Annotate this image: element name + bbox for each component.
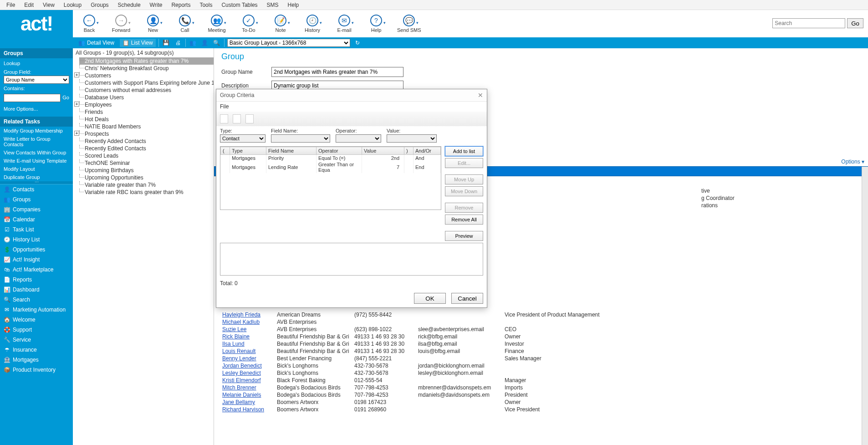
group-name-input[interactable] xyxy=(271,67,403,77)
contains-input[interactable] xyxy=(4,94,61,102)
layout-select[interactable]: Basic Group Layout - 1366x768 xyxy=(227,39,350,47)
tree-item[interactable]: Recently Edited Contacts xyxy=(79,145,214,152)
save-icon[interactable]: 💾 xyxy=(162,40,171,46)
contact-link[interactable]: Ilsa Lund xyxy=(222,341,245,347)
tree-item[interactable]: Recently Added Contacts xyxy=(79,138,214,145)
contact-row[interactable]: Richard HarvisonBoomers Artworx0191 2689… xyxy=(222,406,604,413)
nav-dashboard[interactable]: 📊Dashboard xyxy=(0,285,73,295)
menu-file[interactable]: File xyxy=(2,2,20,8)
nav-act-marketplace[interactable]: 🛍Act! Marketplace xyxy=(0,265,73,275)
tree-item[interactable]: Upcoming Opportunities xyxy=(79,174,214,181)
group-field-select[interactable]: Group Name xyxy=(4,76,69,84)
cancel-button[interactable]: Cancel xyxy=(451,293,483,304)
field-select[interactable] xyxy=(271,134,330,143)
edit-button[interactable]: Edit... xyxy=(445,158,483,168)
preview-button[interactable]: Preview xyxy=(445,231,483,241)
tree-item[interactable]: +Employees xyxy=(79,101,214,108)
history-button[interactable]: 🕘▾History xyxy=(301,15,323,33)
new-button[interactable]: 👤▾New xyxy=(142,15,164,33)
col-operator[interactable]: Operator xyxy=(317,147,362,155)
sendsms-button[interactable]: 💬▾Send SMS xyxy=(397,15,421,33)
remove-button[interactable]: Remove xyxy=(445,203,483,213)
tree-item[interactable]: Database Users xyxy=(79,94,214,101)
nav-groups[interactable]: 👥Groups xyxy=(0,194,73,205)
col-type[interactable]: Type xyxy=(230,147,266,155)
search-icon[interactable]: 🔍 xyxy=(212,40,221,46)
contact-link[interactable]: Lesley Benedict xyxy=(222,370,261,376)
menu-edit[interactable]: Edit xyxy=(20,2,38,8)
nav-companies[interactable]: 🏢Companies xyxy=(0,205,73,215)
tree-item[interactable]: TechONE Seminar xyxy=(79,159,214,167)
related-write-e-mail-using-template[interactable]: Write E-mail Using Template xyxy=(0,157,73,165)
col-value[interactable]: Value xyxy=(362,147,404,155)
todo-button[interactable]: ✓▾To-Do xyxy=(238,15,260,33)
forward-button[interactable]: →▾Forward xyxy=(110,15,132,33)
contact-row[interactable]: Kristi ElmendorfBlack Forest Baking012-5… xyxy=(222,377,604,384)
nav-mortgages[interactable]: 🏦Mortgages xyxy=(0,355,73,365)
contact-row[interactable]: Hayleigh FriedaAmerican Dreams(972) 555-… xyxy=(222,311,604,318)
operator-select[interactable] xyxy=(336,134,381,143)
nav-calendar[interactable]: 📅Calendar xyxy=(0,215,73,225)
contact-row[interactable]: Jane BellamyBoomers Artworx0198 167423Ow… xyxy=(222,399,604,406)
menu-reports[interactable]: Reports xyxy=(167,2,195,8)
nav-task-list[interactable]: ☑Task List xyxy=(0,225,73,235)
related-view-contacts-within-group[interactable]: View Contacts Within Group xyxy=(0,148,73,157)
criteria-row[interactable]: MortgagesPriorityEqual To (=)2ndAnd xyxy=(221,155,441,162)
contact-link[interactable]: Michael Kadlub xyxy=(222,319,260,325)
menu-help[interactable]: Help xyxy=(283,2,304,8)
contact-link[interactable]: Rick Blaine xyxy=(222,333,250,340)
contact-row[interactable]: Melanie DanielsBodega's Bodacious Birds7… xyxy=(222,391,604,399)
contact-link[interactable]: Melanie Daniels xyxy=(222,392,261,398)
menu-custom-tables[interactable]: Custom Tables xyxy=(217,2,262,8)
tree-item[interactable]: Customers without email addresses xyxy=(79,87,214,94)
nav-reports[interactable]: 📄Reports xyxy=(0,275,73,285)
nav-welcome[interactable]: 🏠Welcome xyxy=(0,315,73,325)
tree-item[interactable]: Friends xyxy=(79,108,214,116)
tree-item[interactable]: Variable rate greater than 7% xyxy=(79,181,214,189)
tree-item[interactable]: NATIE Board Members xyxy=(79,123,214,130)
criteria-row[interactable]: MortgagesLending RateGreater Than or Equ… xyxy=(221,161,441,173)
more-options-link[interactable]: More Options... xyxy=(4,105,69,113)
menu-write[interactable]: Write xyxy=(145,2,167,8)
tree-item[interactable]: Chris' Networking Breakfast Group xyxy=(79,65,214,72)
menu-lookup[interactable]: Lookup xyxy=(59,2,86,8)
contact-link[interactable]: Jane Bellamy xyxy=(222,399,255,405)
refresh-icon[interactable]: ↻ xyxy=(353,40,362,46)
contact-row[interactable]: Lesley BenedictBick's Longhorns432-730-5… xyxy=(222,369,604,377)
nav-contacts[interactable]: 👤Contacts xyxy=(0,184,73,194)
call-button[interactable]: 📞▾Call xyxy=(174,15,196,33)
menu-schedule[interactable]: Schedule xyxy=(113,2,145,8)
new-file-icon[interactable] xyxy=(220,114,228,123)
tree-item[interactable]: +Prospects xyxy=(79,130,214,138)
contact-row[interactable]: Mitch BrennerBodega's Bodacious Birds707… xyxy=(222,384,604,391)
contains-go-button[interactable]: Go xyxy=(62,93,69,102)
list-view-tab[interactable]: 📋 List View xyxy=(120,39,156,47)
ok-button[interactable]: OK xyxy=(414,293,446,304)
value-select[interactable] xyxy=(387,134,437,143)
print-icon[interactable]: 🖨 xyxy=(174,40,183,46)
contact-link[interactable]: Benny Lender xyxy=(222,355,256,362)
type-select[interactable]: Contact xyxy=(220,134,266,143)
tree-item[interactable]: Variable rate RBC loans greater than 9% xyxy=(79,189,214,196)
note-button[interactable]: 📝▾Note xyxy=(270,15,291,33)
criteria-grid[interactable]: ( Type Field Name Operator Value ) And/O… xyxy=(220,146,441,210)
contact-link[interactable]: Kristi Elmendorf xyxy=(222,377,261,384)
user-icon[interactable]: 👤 xyxy=(200,40,209,46)
expand-icon[interactable]: + xyxy=(74,72,79,77)
menu-view[interactable]: View xyxy=(38,2,59,8)
tree-item[interactable]: Customers with Support Plans Expiring be… xyxy=(79,79,214,87)
tree-item[interactable]: 2nd Mortgages with Rates greater than 7% xyxy=(79,57,214,65)
nav-product-inventory[interactable]: 📦Product Inventory xyxy=(0,365,73,375)
contact-link[interactable]: Mitch Brenner xyxy=(222,384,256,391)
contact-row[interactable]: Rick BlaineBeautiful Friendship Bar & Gr… xyxy=(222,333,604,340)
expand-icon[interactable]: + xyxy=(74,131,79,136)
menu-sms[interactable]: SMS xyxy=(262,2,283,8)
col-andor[interactable]: And/Or xyxy=(414,147,441,155)
nav-service[interactable]: 🔧Service xyxy=(0,335,73,345)
contact-row[interactable]: Suzie LeeAVB Enterprises(623) 898-1022sl… xyxy=(222,326,604,333)
menu-tools[interactable]: Tools xyxy=(195,2,217,8)
help-button[interactable]: ?▾Help xyxy=(365,15,387,33)
menu-groups[interactable]: Groups xyxy=(86,2,113,8)
tree-item[interactable]: +Customers xyxy=(79,72,214,79)
remove-all-button[interactable]: Remove All xyxy=(445,215,483,225)
